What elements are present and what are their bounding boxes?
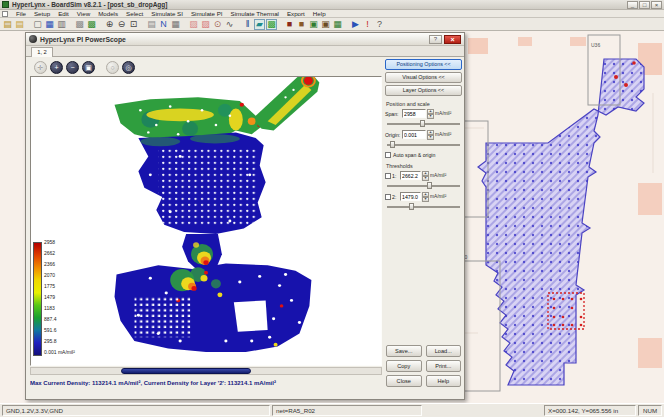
- legend-tick-label: 1183: [44, 306, 55, 311]
- zoom-in-icon[interactable]: ⊕: [104, 19, 115, 30]
- legend-tick-label: 295.8: [44, 339, 57, 344]
- zoom-select-icon[interactable]: ⊙: [212, 19, 223, 30]
- span-slider[interactable]: [387, 120, 460, 127]
- new-file-icon[interactable]: ▢: [32, 19, 43, 30]
- origin-spinner[interactable]: ▲▼: [427, 130, 434, 139]
- plane-pair-brown-icon[interactable]: ▣: [320, 19, 331, 30]
- current-density-heatmap: [31, 77, 381, 365]
- legend-tick-label: 887.4: [44, 317, 57, 322]
- minimize-button[interactable]: _: [627, 1, 638, 9]
- canvas-horizontal-scrollbar[interactable]: [30, 367, 382, 375]
- color-scale-labels: 2958266223662070177514791183887.4591.629…: [44, 240, 77, 362]
- threshold-1-input[interactable]: [400, 171, 421, 180]
- threshold-1-slider[interactable]: [387, 182, 460, 189]
- scrollbar-thumb[interactable]: [121, 368, 251, 374]
- menu-item-setup[interactable]: Setup: [30, 10, 54, 17]
- menu-item-export[interactable]: Export: [283, 10, 309, 17]
- menu-item-help[interactable]: Help: [309, 10, 330, 17]
- layer-options-button[interactable]: Layer Options <<: [385, 85, 462, 96]
- threshold-2-input[interactable]: [400, 192, 421, 201]
- span-input[interactable]: [402, 109, 426, 118]
- print-icon[interactable]: ▥: [56, 19, 67, 30]
- net-info-status: net=RA5_R02: [272, 405, 422, 416]
- threshold-1-unit: mA/mil²: [430, 173, 446, 178]
- save-button[interactable]: Save...: [386, 345, 422, 357]
- threshold-2-spinner[interactable]: ▲▼: [422, 192, 429, 201]
- menu-item-edit[interactable]: Edit: [54, 10, 73, 17]
- maximize-button[interactable]: □: [639, 1, 650, 9]
- close-button[interactable]: Close: [386, 375, 422, 387]
- netlist-icon[interactable]: N: [158, 19, 169, 30]
- threshold-2-checkbox[interactable]: [385, 194, 391, 200]
- print-button[interactable]: Print...: [426, 360, 462, 372]
- powerscope-help-button[interactable]: ?: [429, 35, 442, 44]
- main-toolbar: ▤▤▢▦▥▩▩⊕⊖⊡▤N▦▨▨⊙∿‖▰▩■■▣▣▦▶!?: [0, 18, 664, 31]
- visual-options-button[interactable]: Visual Options <<: [385, 72, 462, 83]
- powerscope-action-buttons: Save...Load...CopyPrint...CloseHelp: [385, 345, 462, 389]
- highlight-net-icon[interactable]: ▨: [188, 19, 199, 30]
- zoom-out-icon[interactable]: ⊖: [116, 19, 127, 30]
- auto-span-checkbox[interactable]: [385, 152, 391, 158]
- threshold-2-unit: mA/mil²: [430, 194, 446, 199]
- menu-item-select[interactable]: Select: [122, 10, 147, 17]
- positioning-options-button[interactable]: Positioning Options <<: [385, 59, 462, 70]
- origin-unit: mA/mil²: [435, 132, 451, 137]
- zoom-extents-button[interactable]: ▣: [82, 61, 95, 74]
- legend-tick-label: 0.001 mA/mil²: [44, 350, 75, 355]
- menu-item-view[interactable]: View: [73, 10, 94, 17]
- copy-button[interactable]: Copy: [386, 360, 422, 372]
- report-icon[interactable]: ▤: [146, 19, 157, 30]
- board-green-icon[interactable]: ▩: [86, 19, 97, 30]
- plane-pair-green-icon[interactable]: ▣: [308, 19, 319, 30]
- board-layout-view[interactable]: U36 U30: [448, 33, 662, 398]
- threshold-1-spinner[interactable]: ▲▼: [422, 171, 429, 180]
- load-button[interactable]: Load...: [426, 345, 462, 357]
- powerscope-app-icon: [29, 35, 37, 43]
- highlight-component-icon[interactable]: ▨: [200, 19, 211, 30]
- powerscope-close-button[interactable]: ×: [444, 35, 461, 44]
- span-spinner[interactable]: ▲▼: [427, 109, 434, 118]
- origin-input[interactable]: [402, 130, 426, 139]
- save-icon[interactable]: ▦: [44, 19, 55, 30]
- menu-item-simulate-thermal[interactable]: Simulate Thermal: [227, 10, 283, 17]
- open-board-icon[interactable]: ▤: [2, 19, 13, 30]
- powerscope-options-panel: Positioning Options << Visual Options <<…: [385, 59, 462, 389]
- ref-label-u36: U36: [591, 42, 600, 48]
- help-button[interactable]: Help: [426, 375, 462, 387]
- zoom-out-button[interactable]: −: [66, 61, 79, 74]
- zoom-fit-icon[interactable]: ⊡: [128, 19, 139, 30]
- menu-item-file[interactable]: File: [12, 10, 30, 17]
- pan-button: ✛: [34, 61, 47, 74]
- document-icon: [2, 11, 8, 17]
- threshold-2-slider[interactable]: [387, 203, 460, 210]
- run-sim-board-icon[interactable]: ▩: [266, 19, 277, 30]
- auto-span-label: Auto span & origin: [393, 152, 435, 158]
- probe-waveform-icon[interactable]: ∿: [224, 19, 235, 30]
- layer-tab[interactable]: 1, 2: [31, 47, 53, 57]
- help-icon[interactable]: ?: [374, 19, 385, 30]
- powerscope-icon[interactable]: ▰: [254, 19, 265, 30]
- menu-item-simulate-si[interactable]: Simulate SI: [147, 10, 187, 17]
- zoom-in-button[interactable]: +: [50, 61, 63, 74]
- thresholds-group-label: Thresholds: [386, 163, 462, 169]
- board-small-icon[interactable]: ▦: [170, 19, 181, 30]
- heatmap-canvas[interactable]: 2958266223662070177514791183887.4591.629…: [30, 76, 382, 366]
- plane-checker-icon[interactable]: ▦: [332, 19, 343, 30]
- legend-tick-label: 1479: [44, 295, 55, 300]
- refresh-button[interactable]: ◎: [122, 61, 135, 74]
- menu-item-models[interactable]: Models: [94, 10, 122, 17]
- select-pointer-icon[interactable]: ▶: [350, 19, 361, 30]
- legend-tick-label: 2958: [44, 240, 55, 245]
- pause-icon[interactable]: ‖: [242, 19, 253, 30]
- close-button[interactable]: ×: [651, 1, 662, 9]
- plane-brown-icon[interactable]: ■: [296, 19, 307, 30]
- plane-darkred-icon[interactable]: ■: [284, 19, 295, 30]
- error-icon[interactable]: !: [362, 19, 373, 30]
- layer-tab-strip: 1, 2: [26, 46, 464, 57]
- open-session-icon[interactable]: ▤: [14, 19, 25, 30]
- menu-item-simulate-pi[interactable]: Simulate PI: [187, 10, 227, 17]
- board-stack-icon[interactable]: ▩: [74, 19, 85, 30]
- powerscope-titlebar[interactable]: HyperLynx PI PowerScope ? ×: [26, 33, 464, 46]
- origin-slider[interactable]: [387, 141, 460, 148]
- threshold-1-checkbox[interactable]: [385, 173, 391, 179]
